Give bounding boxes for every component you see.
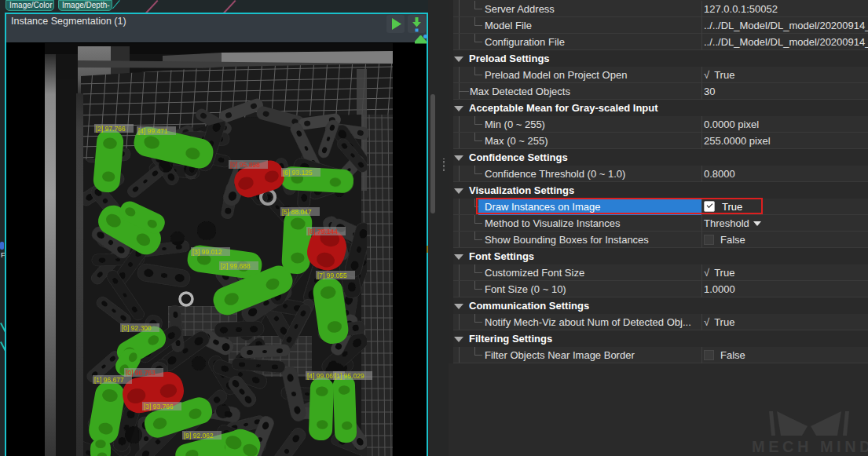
svg-text:[3] 93.766: [3] 93.766 [144,403,174,410]
svg-text:[0] 92.300: [0] 92.300 [122,324,152,332]
svg-text:[8] 79.144: [8] 79.144 [308,228,338,235]
svg-text:[0] 95.898: [0] 95.898 [230,161,260,169]
svg-text:[9] 92.062: [9] 92.062 [184,432,214,440]
svg-text:[1] 95.029: [1] 95.029 [335,372,364,380]
svg-text:[5] 88.047: [5] 88.047 [282,208,312,216]
svg-text:[4] 99.471: [4] 99.471 [138,127,168,135]
svg-text:[2] 99.688: [2] 99.688 [221,262,251,270]
svg-text:[7] 99.055: [7] 99.055 [317,272,347,279]
svg-text:[4] 99.069: [4] 99.069 [307,372,337,380]
svg-text:[6] 93.125: [6] 93.125 [283,169,313,177]
svg-text:[1] 96.677: [1] 96.677 [94,376,124,384]
svg-text:[3] 99.012: [3] 99.012 [192,248,222,256]
svg-text:MECH MIND: MECH MIND [752,438,868,455]
svg-text:[2] 97.766: [2] 97.766 [96,125,126,133]
